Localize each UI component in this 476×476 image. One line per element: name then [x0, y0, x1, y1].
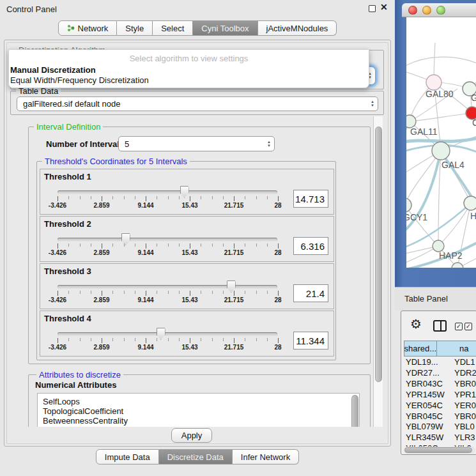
table-row[interactable]: YDR27...YDR2: [404, 368, 476, 379]
table-header-row: shared...na: [404, 341, 476, 357]
tab-infer-network[interactable]: Infer Network: [233, 449, 299, 464]
network-node-gal80[interactable]: [426, 75, 441, 90]
table-data-combobox[interactable]: galFiltered.sif default node ▲▼: [17, 96, 378, 111]
slider-tick-label: 9.144: [137, 296, 153, 303]
slider-tick-label: -3.426: [49, 344, 66, 351]
network-node-label: GAL11: [410, 127, 438, 137]
tab-style[interactable]: Style: [117, 20, 153, 36]
threshold-coordinates-title: Threshold's Coordinates for 5 Intervals: [42, 157, 190, 166]
network-icon: [67, 24, 75, 32]
slider-tick-label: 28: [274, 249, 281, 256]
threshold-coordinates-group: Threshold's Coordinates for 5 Intervals …: [36, 161, 336, 360]
slider-ticks: [58, 291, 278, 296]
network-node-label: GCY1: [406, 212, 427, 222]
tab-discretize-data[interactable]: Discretize Data: [159, 449, 233, 464]
tab-label: Cyni Toolbox: [201, 24, 249, 33]
table-row[interactable]: YDL19...YDL1: [404, 357, 476, 368]
table-row[interactable]: YBR045CYBR0: [404, 411, 476, 422]
threshold-slider-track[interactable]: [58, 285, 277, 289]
table-column-header[interactable]: na: [437, 341, 476, 357]
checkbox-icon[interactable]: ✓: [464, 323, 472, 330]
close-icon[interactable]: ✕: [380, 2, 388, 12]
network-node-label: C: [472, 118, 476, 128]
checkbox-icon[interactable]: ✓: [455, 323, 463, 330]
table-cell: YLR345W: [406, 433, 452, 442]
network-node-label: GA: [471, 93, 476, 103]
slider-tick-label: 15.43: [181, 344, 197, 351]
table-row[interactable]: YER054CYER0: [404, 401, 476, 411]
number-of-intervals-value: 5: [125, 139, 129, 149]
table-cell: YPR145W: [406, 390, 452, 399]
threshold-value-input[interactable]: [293, 237, 328, 255]
tab-jactivemnodules[interactable]: jActiveMNodules: [258, 20, 337, 36]
table-panel-box: ⚙ ✓ ✓ shared...na YDL19...YDL1YDR27...YD…: [401, 311, 476, 455]
threshold-panel: Threshold 4-3.4262.8599.14415.4321.71528: [40, 311, 334, 357]
close-traffic-light-icon[interactable]: [408, 6, 417, 15]
threshold-value-input[interactable]: [293, 284, 328, 302]
network-node-gal11[interactable]: [406, 115, 416, 128]
network-node-label: GAL80: [426, 89, 454, 99]
threshold-value-input[interactable]: [293, 332, 328, 349]
tab-label: jActiveMNodules: [266, 24, 328, 33]
network-graph[interactable]: GAL80GACGAL11GAL4GCY1HHAP2: [406, 17, 476, 268]
network-node-gal4[interactable]: [432, 142, 450, 160]
threshold-label: Threshold 2: [44, 219, 91, 229]
number-of-intervals-combobox[interactable]: 5 ▲▼: [118, 136, 275, 151]
threshold-panel: Threshold 3-3.4262.8599.14415.4321.71528: [40, 263, 334, 309]
slider-tick-label: -3.426: [49, 249, 66, 256]
settings-scrollbar-thumb[interactable]: [375, 127, 382, 382]
tab-select[interactable]: Select: [153, 20, 193, 36]
table-column-header[interactable]: shared...: [404, 341, 437, 357]
list-scrollbar[interactable]: [351, 395, 358, 427]
threshold-label: Threshold 4: [44, 314, 91, 323]
tab-label: Infer Network: [241, 452, 290, 462]
network-canvas[interactable]: GAL80GACGAL11GAL4GCY1HHAP2: [406, 17, 476, 268]
interval-definition-title: Interval Definition: [34, 122, 103, 132]
top-tab-bar: NetworkStyleSelectCyni ToolboxjActiveMNo…: [0, 20, 395, 36]
apply-button[interactable]: Apply: [171, 428, 212, 443]
network-node-gcy1[interactable]: [406, 198, 411, 212]
column-split-icon[interactable]: [433, 320, 447, 332]
slider-tick-label: 28: [274, 296, 281, 303]
list-scrollbar-thumb[interactable]: [351, 395, 358, 427]
slider-ticks: [58, 338, 278, 344]
slider-tick-label: 15.43: [181, 249, 197, 256]
slider-tick-label: 9.144: [137, 249, 153, 256]
gear-icon[interactable]: ⚙: [410, 316, 422, 332]
threshold-slider-track[interactable]: [58, 190, 277, 194]
attribute-list-item[interactable]: TopologicalCoefficient: [43, 406, 123, 416]
table-row[interactable]: YBR043CYBR0: [404, 379, 476, 390]
zoom-traffic-light-icon[interactable]: [436, 6, 445, 15]
popup-item-equal-width-frequency[interactable]: Equal Width/Frequency Discretization: [10, 75, 367, 86]
slider-tick-label: -3.426: [49, 296, 66, 303]
slider-tick-labels: -3.4262.8599.14415.4321.71528: [58, 344, 278, 351]
table-hscrollbar-thumb[interactable]: [404, 447, 472, 453]
combo-stepper-icon: ▲▼: [371, 97, 374, 111]
table-row[interactable]: YPR145WYPR1: [404, 390, 476, 401]
tab-cyni-toolbox[interactable]: Cyni Toolbox: [193, 20, 257, 36]
popup-item-manual-discretization[interactable]: Manual Discretization: [10, 65, 367, 75]
table-cell: YER054C: [406, 401, 452, 410]
attribute-list-item[interactable]: SelfLoops: [43, 397, 80, 406]
threshold-slider-track[interactable]: [58, 332, 277, 336]
table-cell: YDL1: [454, 357, 475, 367]
network-node-h[interactable]: [464, 196, 476, 210]
threshold-slider-track[interactable]: [58, 238, 277, 242]
bottom-tab-bar: Impute DataDiscretize DataInfer Network: [0, 449, 395, 464]
slider-tick-labels: -3.4262.8599.14415.4321.71528: [58, 296, 278, 304]
table-horizontal-scrollbar[interactable]: [404, 447, 475, 454]
threshold-value-input[interactable]: [293, 190, 328, 208]
float-window-icon[interactable]: [369, 5, 376, 12]
attribute-list-item[interactable]: BetweennessCentrality: [43, 416, 128, 426]
table-row[interactable]: YLR345WYLR3: [404, 433, 476, 443]
network-node-label: GAL4: [441, 160, 464, 170]
table-row[interactable]: YBL079WYBL0: [404, 422, 476, 433]
tab-label: Impute Data: [105, 452, 150, 462]
slider-tick-label: 2.859: [93, 344, 109, 351]
numerical-attributes-list[interactable]: SelfLoopsTopologicalCoefficientBetweenne…: [37, 393, 360, 427]
network-window-titlebar[interactable]: [402, 3, 476, 17]
minimize-traffic-light-icon[interactable]: [422, 6, 431, 15]
tab-impute-data[interactable]: Impute Data: [96, 449, 159, 464]
settings-scrollbar[interactable]: [373, 116, 383, 427]
tab-network[interactable]: Network: [58, 20, 118, 36]
